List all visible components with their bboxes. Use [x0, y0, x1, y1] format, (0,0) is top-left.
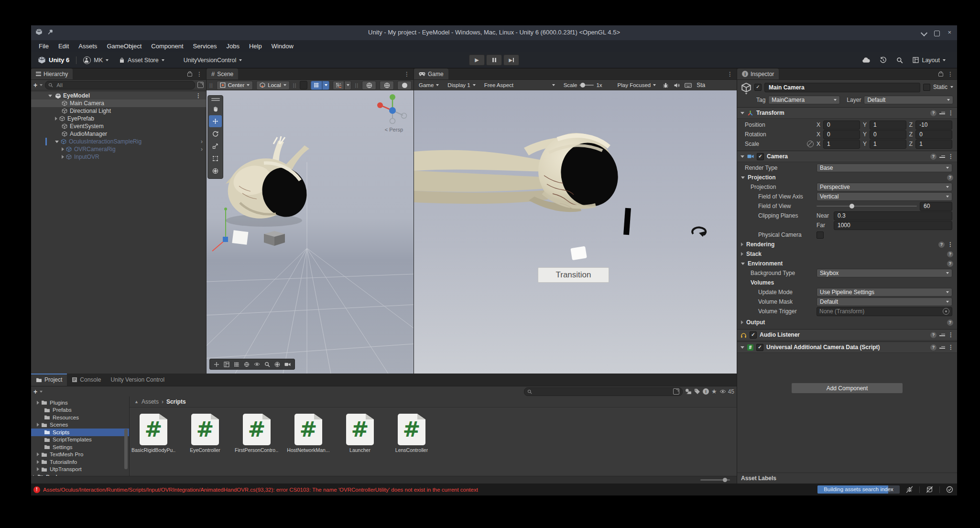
kebab-menu-icon[interactable]: ⋮ [196, 72, 202, 77]
foldout-closed-icon[interactable] [62, 147, 64, 151]
scale-y-field[interactable] [870, 140, 906, 149]
pause-button[interactable] [486, 55, 502, 66]
presets-icon[interactable] [939, 346, 945, 349]
foldout-closed-icon[interactable] [37, 460, 39, 464]
foldout-open-icon[interactable] [55, 141, 59, 143]
screen-icon[interactable] [224, 362, 229, 367]
foldout-closed-icon[interactable] [55, 117, 57, 121]
presets-icon[interactable] [939, 334, 945, 336]
foldout-open-icon[interactable] [48, 95, 52, 97]
asset-hostnetworkmanager[interactable]: # HostNetworkMan... [289, 414, 327, 453]
projection-dropdown[interactable]: Perspective [817, 183, 952, 191]
folder-resources[interactable]: Resources [31, 414, 129, 421]
tab-hierarchy[interactable]: Hierarchy [31, 68, 73, 79]
fov-slider[interactable] [817, 206, 917, 207]
asset-eyecontroller[interactable]: # EyeController [186, 414, 224, 453]
shaded-mode-button[interactable] [362, 81, 376, 90]
menu-edit[interactable]: Edit [54, 43, 74, 50]
scene-viewport[interactable]: < Persp [207, 90, 414, 374]
crosshair-icon[interactable] [274, 362, 280, 367]
scale-z-field[interactable] [915, 140, 952, 149]
camera-icon[interactable] [284, 362, 291, 367]
ucd-component-header[interactable]: # ✓ Universal Additional Camera Data (Sc… [737, 341, 957, 353]
rotation-y-field[interactable] [870, 130, 906, 139]
rotation-z-field[interactable] [915, 130, 952, 139]
menu-gameobject[interactable]: GameObject [102, 43, 146, 50]
menu-jobs[interactable]: Jobs [221, 43, 244, 50]
play-focused-dropdown[interactable]: Play Focused [616, 82, 658, 88]
rendering-foldout[interactable]: Rendering ? ⋮ [737, 240, 957, 249]
perspective-label[interactable]: < Persp [385, 127, 403, 132]
help-icon[interactable]: ? [947, 251, 953, 257]
foldout-closed-icon[interactable] [62, 155, 64, 159]
display-dropdown[interactable]: Display 1 [446, 82, 477, 88]
presets-icon[interactable] [939, 112, 945, 114]
chevron-down-icon[interactable] [40, 391, 43, 393]
help-icon[interactable]: ? [930, 332, 936, 338]
add-component-button[interactable]: Add Component [791, 383, 903, 394]
close-icon[interactable]: × [947, 28, 951, 37]
help-icon[interactable]: ? [947, 261, 953, 267]
help-icon[interactable]: ? [930, 344, 936, 351]
folder-scripttemplates[interactable]: ScriptTemplates [31, 436, 129, 444]
open-search-window-icon[interactable] [673, 388, 679, 395]
pivot-mode-dropdown[interactable]: Center [217, 81, 253, 90]
projection-foldout[interactable]: Projection ? [737, 173, 957, 182]
asset-launcher[interactable]: # Launcher [341, 414, 379, 453]
saved-search-star-icon[interactable]: ★ [711, 388, 717, 395]
component-enabled-checkbox[interactable]: ✓ [756, 344, 763, 351]
volume-trigger-field[interactable]: None (Transform) [817, 307, 952, 316]
move-icon[interactable] [214, 362, 219, 367]
tab-project[interactable]: Project [31, 374, 67, 386]
debug-bug-icon[interactable] [663, 82, 669, 88]
menu-component[interactable]: Component [146, 43, 188, 50]
search-by-type-icon[interactable] [685, 388, 692, 395]
static-checkbox[interactable]: ✓ [923, 84, 930, 91]
help-icon[interactable]: ? [947, 319, 953, 326]
hierarchy-item-main-camera[interactable]: Main Camera [31, 99, 206, 107]
folder-utptransport[interactable]: UtpTransport [31, 466, 129, 473]
foldout-closed-icon[interactable] [37, 423, 39, 427]
clip-far-field[interactable] [834, 221, 952, 230]
active-checkbox[interactable]: ✓ [754, 84, 762, 91]
tab-game[interactable]: Game [414, 68, 448, 79]
position-y-field[interactable] [870, 121, 906, 130]
cache-server-disabled-icon[interactable] [926, 486, 933, 493]
toolbar-drag-handle[interactable]: || [209, 82, 213, 88]
chevron-down-icon[interactable] [40, 84, 43, 86]
folder-prefabs[interactable]: Prefabs [31, 407, 129, 414]
hierarchy-search-input[interactable] [45, 81, 195, 89]
project-search-input[interactable] [524, 387, 683, 396]
layer-dropdown[interactable]: Default [864, 96, 953, 104]
asset-basicrigidbody[interactable]: # BasicRigidBodyPu... [134, 414, 173, 453]
folder-scripts[interactable]: Scripts [31, 429, 129, 436]
layout-dropdown[interactable]: Layout [913, 57, 946, 64]
error-icon[interactable]: ! [33, 486, 40, 493]
visibility-toggle[interactable]: 45 [719, 388, 734, 395]
status-error-message[interactable]: Assets/Oculus/Interaction/Runtime/Script… [43, 487, 478, 493]
stats-button[interactable]: Sta [697, 82, 708, 88]
help-icon[interactable]: ? [938, 242, 945, 248]
foldout-open-icon[interactable] [740, 155, 744, 158]
tab-console[interactable]: Console [67, 374, 106, 386]
render-type-dropdown[interactable]: Base [817, 164, 952, 172]
component-enabled-checkbox[interactable]: ✓ [757, 153, 764, 160]
view-tool-button[interactable] [209, 103, 222, 115]
fov-value-field[interactable] [920, 202, 952, 211]
background-type-dropdown[interactable]: Skybox [817, 269, 952, 277]
scale-tool-button[interactable] [209, 140, 222, 152]
scale-slider[interactable] [579, 85, 594, 86]
tab-inspector[interactable]: i Inspector [737, 68, 779, 79]
transform-tool-button[interactable] [209, 165, 222, 177]
eye-icon[interactable] [254, 362, 260, 366]
lock-icon[interactable] [938, 73, 943, 77]
lock-icon[interactable] [187, 73, 192, 77]
menu-assets[interactable]: Assets [74, 43, 102, 50]
tab-scene[interactable]: # Scene [207, 68, 238, 79]
tree-scrollbar[interactable] [124, 429, 128, 469]
foldout-closed-icon[interactable] [37, 401, 39, 405]
component-enabled-checkbox[interactable]: ✓ [750, 331, 757, 339]
tag-dropdown[interactable]: MainCamera [768, 96, 840, 104]
overlay-drag-handle[interactable] [211, 98, 220, 99]
audio-listener-header[interactable]: ✓ Audio Listener ? ⋮ [737, 329, 957, 341]
